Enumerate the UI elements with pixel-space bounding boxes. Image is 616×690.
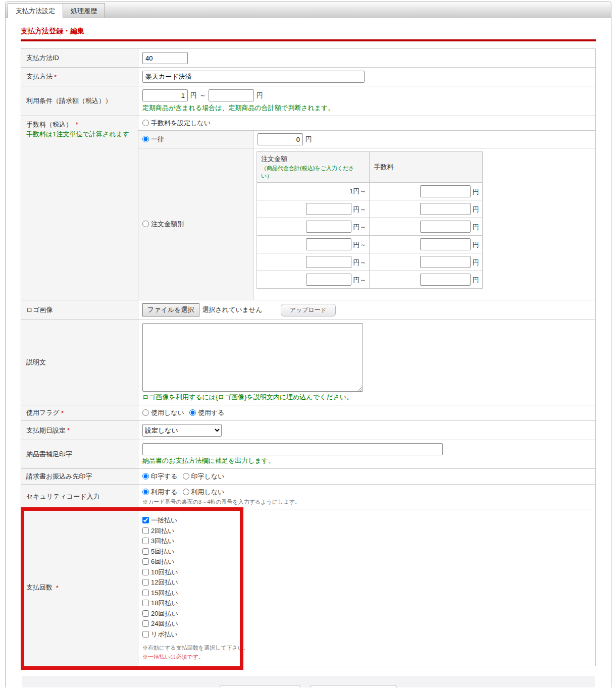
fee-tier-row: 円～ 円 <box>257 200 483 218</box>
back-button[interactable]: ‹ 前のページに戻る <box>220 685 300 687</box>
security-code-off-radio[interactable] <box>183 489 189 495</box>
installments-label: 支払回数 * <box>21 509 138 666</box>
yen-unit: 円 <box>305 135 312 144</box>
yen-unit: 円 <box>190 91 197 100</box>
fee-tier-from-input[interactable] <box>306 256 351 268</box>
tab-bar: 支払方法設定 処理履歴 <box>6 2 611 18</box>
title-divider <box>21 39 596 41</box>
usage-min-input[interactable] <box>142 89 188 101</box>
installment-option[interactable]: 一括払い <box>142 515 591 526</box>
row-installments: 支払回数 * 一括払い 2回払い 3回払い 5回払い 6回払い 10回払い 12… <box>21 509 595 666</box>
payment-method-label: 支払方法* <box>21 68 138 86</box>
fee-tier-fee-input[interactable] <box>420 185 471 197</box>
fee-tier-fee-input[interactable] <box>420 221 471 233</box>
installment-option[interactable]: 24回払い <box>142 619 591 629</box>
usage-condition-label: 利用条件（請求額（税込）） <box>21 86 138 116</box>
fee-tier-row: 円～ 円 <box>257 253 483 271</box>
description-textarea[interactable] <box>142 323 363 392</box>
installment-checkbox[interactable] <box>142 610 149 617</box>
yen-unit: 円 <box>256 91 263 100</box>
installment-checkbox[interactable] <box>142 527 149 534</box>
usage-condition-note: 定期商品が含まれる場合は、定期商品の合計額で判断されます。 <box>142 103 591 113</box>
installment-checkbox[interactable] <box>142 538 149 544</box>
installments-required-note: ※一括払いは必須です。 <box>142 653 591 661</box>
fee-label: 手数料（税込） * 手数料は1注文単位で計算されます <box>21 116 138 300</box>
row-fee: 手数料（税込） * 手数料は1注文単位で計算されます 手数料を設定しない 一律 … <box>21 116 595 300</box>
security-code-note: ※カード番号の裏面の3～4桁の番号を入力するようにします。 <box>142 498 591 506</box>
installment-option[interactable]: 6回払い <box>142 557 591 567</box>
fee-flat-input[interactable] <box>258 133 303 145</box>
tab-payment-settings[interactable]: 支払方法設定 <box>8 3 63 18</box>
installment-checkbox[interactable] <box>142 548 149 555</box>
use-flag-off-radio[interactable] <box>142 409 149 416</box>
fee-tier-from-input[interactable] <box>306 274 351 286</box>
installment-option[interactable]: リボ払い <box>142 629 591 640</box>
delivery-note-input[interactable] <box>142 443 443 455</box>
fee-option-flat: 一律 円 <box>138 131 595 148</box>
installment-checkbox[interactable] <box>142 558 149 565</box>
fee-none-radio[interactable] <box>142 120 149 126</box>
fee-tier-row: 円～ 円 <box>257 236 483 253</box>
installment-checkbox[interactable] <box>142 517 149 523</box>
security-code-on-radio[interactable] <box>142 489 149 495</box>
row-payment-id: 支払方法ID <box>21 49 595 68</box>
installment-checkbox[interactable] <box>142 600 149 606</box>
installment-checkbox[interactable] <box>142 620 149 627</box>
payment-id-input[interactable] <box>142 52 188 64</box>
installment-option[interactable]: 12回払い <box>142 577 591 588</box>
fee-table-amount-header: 注文金額 （商品代金合計(税込)をご入力ください） <box>257 152 370 183</box>
installments-list: 一括払い 2回払い 3回払い 5回払い 6回払い 10回払い 12回払い 15回… <box>142 513 591 640</box>
installment-option[interactable]: 20回払い <box>142 609 591 619</box>
upload-button[interactable]: アップロード <box>281 304 336 316</box>
installment-option[interactable]: 3回払い <box>142 536 591 547</box>
fee-tier-fee-input[interactable] <box>420 238 471 250</box>
due-date-label: 支払期日設定* <box>21 421 138 440</box>
payment-method-input[interactable] <box>142 71 365 83</box>
fee-tier-from-input[interactable] <box>306 203 351 215</box>
tab-process-history[interactable]: 処理履歴 <box>63 3 105 18</box>
fee-tier-fee-input[interactable] <box>420 256 471 268</box>
submit-button[interactable]: この内容で登録する › <box>310 685 397 687</box>
invoice-print-on-radio[interactable] <box>142 473 149 480</box>
fee-tier-table: 注文金額 （商品代金合計(税込)をご入力ください） 手数料 1円～ 円 <box>256 151 483 289</box>
fee-sub-note: 手数料は1注文単位で計算されます <box>26 130 133 139</box>
main-content: 支払方法登録・編集 支払方法ID 支払方法* <box>6 27 611 687</box>
row-delivery-note: 納品書補足印字 納品書のお支払方法欄に補足を出力します。 <box>21 440 595 469</box>
fee-tier-fee-input[interactable] <box>420 274 471 286</box>
file-select-button[interactable]: ファイルを選択 <box>142 303 199 316</box>
invoice-print-off-radio[interactable] <box>183 473 189 480</box>
installment-checkbox[interactable] <box>142 569 149 575</box>
fee-flat-radio[interactable] <box>142 136 149 142</box>
installment-checkbox[interactable] <box>142 590 149 596</box>
description-note: ロゴ画像を利用するには{ロゴ画像}を説明文内に埋め込んでください。 <box>142 393 591 402</box>
installment-option[interactable]: 2回払い <box>142 526 591 537</box>
range-separator: ～ <box>199 91 206 100</box>
page-title: 支払方法登録・編集 <box>21 27 596 36</box>
installment-checkbox[interactable] <box>142 631 149 638</box>
file-status-text: 選択されていません <box>202 305 263 314</box>
fee-tier-row: 円～ 円 <box>257 218 483 236</box>
usage-max-input[interactable] <box>209 89 254 101</box>
fee-option-none: 手数料を設定しない <box>138 116 595 131</box>
fee-tier-row: 円～ 円 <box>257 271 483 289</box>
row-security-code: セキュリティコード入力 利用する 利用しない ※カード番号の裏面の3～4桁の番号… <box>21 485 595 509</box>
delivery-note-note: 納品書のお支払方法欄に補足を出力します。 <box>142 456 591 465</box>
fee-tier-fee-input[interactable] <box>420 203 471 215</box>
security-code-label: セキュリティコード入力 <box>21 485 138 509</box>
fee-table-amount-note: （商品代金合計(税込)をご入力ください） <box>261 165 365 180</box>
description-label: 説明文 <box>21 320 138 405</box>
fee-by-amount-radio[interactable] <box>142 221 149 227</box>
fee-tier-from-input[interactable] <box>306 238 351 250</box>
installment-option[interactable]: 15回払い <box>142 588 591 599</box>
row-use-flag: 使用フラグ* 使用しない 使用する <box>21 405 595 421</box>
installment-option[interactable]: 10回払い <box>142 567 591 578</box>
use-flag-on-radio[interactable] <box>189 409 196 416</box>
row-invoice-print: 請求書お振込み先印字 印字する 印字しない <box>21 469 595 485</box>
installment-checkbox[interactable] <box>142 579 149 586</box>
due-date-select[interactable]: 設定しない <box>142 424 222 437</box>
installment-option[interactable]: 18回払い <box>142 598 591 609</box>
payment-id-label: 支払方法ID <box>21 49 138 67</box>
installment-option[interactable]: 5回払い <box>142 547 591 557</box>
delivery-note-label: 納品書補足印字 <box>21 440 138 468</box>
fee-tier-from-input[interactable] <box>306 221 351 233</box>
